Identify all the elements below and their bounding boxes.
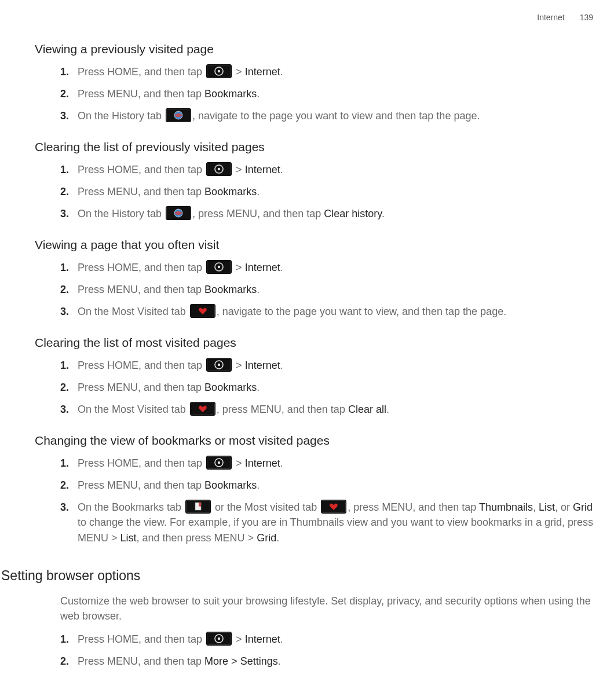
list-item: Press MENU, and then tap Bookmarks. — [60, 282, 597, 297]
step-text: Press MENU, and then tap — [78, 186, 204, 197]
steps-list: Press HOME, and then tap > Internet. Pre… — [60, 260, 597, 320]
list-item: On the History tab , press MENU, and the… — [60, 206, 597, 221]
list-item: Press MENU, and then tap Bookmarks. — [60, 478, 597, 493]
step-text: Press HOME, and then tap — [78, 633, 205, 645]
step-text: . — [257, 382, 260, 393]
apps-circle-icon — [206, 358, 232, 372]
list-item: Press HOME, and then tap > Internet. — [60, 456, 597, 471]
step-text: . — [280, 457, 283, 469]
step-text: Press MENU, and then tap — [78, 382, 204, 393]
step-bold: Internet — [245, 360, 280, 371]
heart-icon — [190, 402, 215, 416]
step-bold: List — [120, 532, 137, 544]
step-text: On the Bookmarks tab — [78, 501, 184, 513]
heading-viewing-previous-page: Viewing a previously visited page — [35, 41, 597, 58]
list-item: Press HOME, and then tap > Internet. — [60, 64, 597, 79]
list-item: Press MENU, and then tap More > Settings… — [60, 654, 597, 669]
list-item: Press MENU, and then tap Bookmarks. — [60, 184, 597, 199]
intro-paragraph: Customize the web browser to suit your b… — [60, 593, 597, 624]
step-text: > — [233, 66, 245, 78]
steps-list: Press HOME, and then tap > Internet. Pre… — [60, 162, 597, 222]
step-bold: Grid — [257, 532, 276, 544]
step-text: Press HOME, and then tap — [78, 360, 205, 371]
step-bold: Internet — [245, 262, 280, 273]
step-bold: List — [539, 501, 555, 513]
step-text: Press HOME, and then tap — [78, 66, 205, 78]
step-text: Press MENU, and then tap — [78, 479, 204, 491]
step-text: . — [280, 262, 283, 273]
svg-point-9 — [218, 266, 220, 268]
step-text: . — [276, 532, 279, 544]
list-item: Press HOME, and then tap > Internet. — [60, 632, 597, 647]
step-bold: Bookmarks — [204, 479, 257, 491]
step-bold: Internet — [245, 164, 280, 175]
step-text: . — [257, 284, 260, 295]
step-text: , press MENU, and then tap — [348, 501, 479, 513]
step-text: > — [233, 262, 245, 273]
heart-icon — [321, 500, 346, 514]
apps-circle-icon — [206, 162, 232, 176]
step-text: > — [233, 633, 245, 645]
history-globe-icon — [166, 108, 191, 122]
list-item: On the Bookmarks tab or the Most visited… — [60, 500, 597, 545]
step-text: . — [278, 655, 281, 667]
list-item: On the History tab , navigate to the pag… — [60, 108, 597, 123]
heading-changing-view: Changing the view of bookmarks or most v… — [35, 432, 597, 449]
apps-circle-icon — [206, 260, 232, 274]
step-text: , and then press MENU > — [137, 532, 257, 544]
step-text: , press MENU, and then tap — [217, 404, 348, 415]
history-globe-icon — [166, 206, 191, 220]
step-bold: Bookmarks — [204, 88, 257, 100]
steps-list: Press HOME, and then tap > Internet. Pre… — [60, 358, 597, 417]
step-text: or the Most visited tab — [212, 501, 320, 513]
step-bold: Bookmarks — [204, 186, 257, 197]
step-text: Press MENU, and then tap — [78, 88, 204, 100]
step-text: , — [533, 501, 539, 513]
steps-list: Press HOME, and then tap > Internet. Pre… — [60, 632, 597, 669]
step-text: Press HOME, and then tap — [78, 457, 205, 469]
step-bold: Bookmarks — [204, 382, 257, 393]
header-page-number: 139 — [580, 13, 593, 22]
step-text: . — [280, 66, 283, 78]
step-text: On the History tab — [78, 110, 165, 122]
heading-setting-browser-options: Setting browser options — [1, 566, 597, 585]
svg-point-16 — [218, 637, 220, 640]
step-text: , or — [555, 501, 573, 513]
apps-circle-icon — [206, 456, 232, 470]
step-text: , press MENU, and then tap — [192, 208, 324, 219]
list-item: On the Most Visited tab , press MENU, an… — [60, 402, 597, 417]
page-header: Internet 139 — [0, 12, 597, 23]
step-text: . — [280, 360, 283, 371]
step-text: . — [257, 186, 260, 197]
step-text: . — [280, 164, 283, 175]
heading-clearing-most-visited: Clearing the list of most visited pages — [35, 334, 597, 351]
list-item: Press MENU, and then tap Bookmarks. — [60, 380, 597, 395]
step-text: Press MENU, and then tap — [78, 284, 204, 295]
step-bold: Internet — [245, 457, 280, 469]
step-bold: More > Settings — [204, 655, 278, 667]
list-item: Press HOME, and then tap > Internet. — [60, 358, 597, 373]
step-text: . — [280, 633, 283, 645]
header-section-label: Internet — [537, 13, 564, 22]
svg-point-5 — [218, 168, 220, 170]
step-bold: Thumbnails — [479, 501, 533, 513]
step-text: Press HOME, and then tap — [78, 262, 205, 273]
step-text: On the Most Visited tab — [78, 404, 189, 415]
step-text: , navigate to the page you want to view,… — [217, 306, 506, 317]
apps-circle-icon — [206, 64, 232, 78]
list-item: Press MENU, and then tap Bookmarks. — [60, 86, 597, 101]
step-bold: Grid — [573, 501, 593, 513]
bookmark-flag-icon — [185, 500, 211, 514]
step-text: Press HOME, and then tap — [78, 164, 205, 175]
heading-clearing-previous-pages: Clearing the list of previously visited … — [35, 138, 597, 156]
step-text: > — [233, 457, 245, 469]
step-text: . — [386, 404, 389, 415]
step-text: Press MENU, and then tap — [78, 655, 204, 667]
step-text: . — [257, 479, 260, 491]
heart-icon — [190, 304, 215, 318]
step-text: On the Most Visited tab — [78, 306, 189, 317]
step-text: . — [382, 208, 385, 219]
step-bold: Internet — [245, 66, 280, 78]
steps-list: Press HOME, and then tap > Internet. Pre… — [60, 456, 597, 545]
step-text: > — [233, 164, 245, 175]
